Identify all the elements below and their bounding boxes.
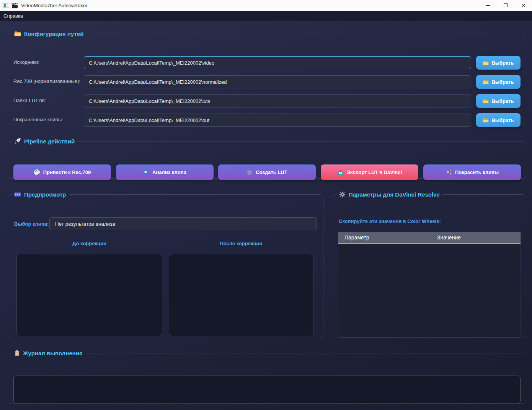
parameters-table-header: Параметр Значение <box>338 232 521 244</box>
gear-icon <box>339 191 346 198</box>
app-window-icon <box>3 3 9 8</box>
choose-graded-button[interactable]: Выбрать <box>476 113 521 127</box>
rec709-label: Rec.709 (нормализованные): <box>13 78 80 84</box>
section-title: Pipeline действий <box>24 138 75 145</box>
convert-rec709-button[interactable]: Привести к Rec.709 <box>13 164 111 180</box>
after-correction-label: После коррекции <box>169 241 313 246</box>
film-frames-icon <box>14 192 21 197</box>
create-lut-button[interactable]: Создать LUT <box>218 164 316 180</box>
rocket-icon <box>14 138 21 145</box>
clip-select[interactable]: Нет результатов анализа <box>49 217 317 230</box>
folder-icon <box>483 118 489 123</box>
choose-rec709-button[interactable]: Выбрать <box>476 75 521 89</box>
lut-folder-label: Папка LUT'ов: <box>13 98 46 103</box>
close-icon <box>521 3 525 8</box>
clip-select-label: Выбор клипа: <box>14 221 49 227</box>
folder-icon <box>14 31 21 37</box>
sources-path-input[interactable]: C:\Users\Andrei\AppData\Local\Temp\_MEI2… <box>84 56 471 69</box>
column-value: Значение <box>437 234 461 241</box>
palette-icon <box>34 169 40 176</box>
sources-label: Исходники: <box>13 59 39 65</box>
gear-icon <box>246 169 253 176</box>
menu-bar: Справка <box>0 11 532 21</box>
parameters-table: Параметр Значение <box>338 232 521 338</box>
maximize-icon <box>504 3 508 7</box>
close-button[interactable] <box>514 0 532 11</box>
maximize-button[interactable] <box>497 0 514 11</box>
clipboard-icon <box>14 350 20 356</box>
graded-path-input[interactable]: C:\Users\Andrei\AppData\Local\Temp\_MEI2… <box>84 114 471 127</box>
sparkles-icon <box>446 169 452 176</box>
trackball-icon <box>337 169 344 176</box>
export-lut-davinci-button[interactable]: Экспорт LUT в DaVinci <box>321 164 418 180</box>
section-title: Параметры для DaVinci Resolve <box>349 191 440 198</box>
color-wheels-hint: Скопируйте эти значения в Color Wheels: <box>339 218 441 224</box>
folder-icon <box>483 80 489 85</box>
lut-folder-path-input[interactable]: C:\Users\Andrei\AppData\Local\Temp\_MEI2… <box>84 94 471 107</box>
section-title: Предпросмотр <box>24 191 66 198</box>
choose-sources-button[interactable]: Выбрать <box>476 56 521 70</box>
main-content: Конфигурация путей Исходники: Rec.709 (н… <box>0 21 532 410</box>
before-preview-pane <box>16 254 162 336</box>
grade-clips-button[interactable]: Покрасить клипы <box>423 164 521 180</box>
rec709-path-input[interactable]: C:\Users\Andrei\AppData\Local\Temp\_MEI2… <box>84 75 471 88</box>
menu-item-help[interactable]: Справка <box>0 11 26 21</box>
magnifier-icon <box>143 169 149 176</box>
clapperboard-icon <box>11 3 18 8</box>
folder-icon <box>483 99 489 104</box>
folder-icon <box>483 60 489 65</box>
section-path-configuration: Конфигурация путей Исходники: Rec.709 (н… <box>7 31 526 125</box>
minimize-icon <box>486 5 490 6</box>
after-preview-pane <box>169 254 313 336</box>
before-correction-label: До коррекции <box>16 241 162 246</box>
section-execution-log: Журнал выполнения <box>7 350 526 404</box>
graded-label: Покрашенные клипы: <box>13 117 63 122</box>
choose-lut-folder-button[interactable]: Выбрать <box>476 94 521 108</box>
text-caret <box>215 60 215 66</box>
section-title: Журнал выполнения <box>23 350 83 356</box>
minimize-button[interactable] <box>479 0 497 11</box>
log-output <box>13 376 521 404</box>
title-bar: VideoMontazher Autocvetokor <box>0 0 532 11</box>
analyze-clip-button[interactable]: Анализ клипа <box>116 164 214 180</box>
window-title: VideoMontazher Autocvetokor <box>21 3 87 8</box>
parameters-table-body <box>338 244 521 337</box>
column-parameter: Параметр <box>338 234 437 241</box>
section-pipeline: Pipeline действий Привести к Rec.709 Ана… <box>7 138 526 179</box>
section-title: Конфигурация путей <box>24 31 83 37</box>
section-davinci-parameters: Параметры для DaVinci Resolve Скопируйте… <box>332 191 526 338</box>
section-preview: Предпросмотр Выбор клипа: Нет результато… <box>7 191 323 338</box>
